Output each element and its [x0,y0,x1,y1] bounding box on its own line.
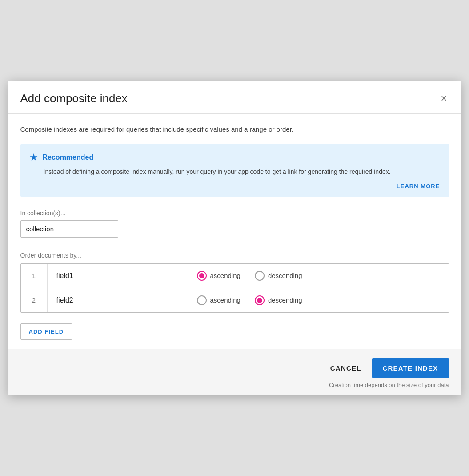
descending-radio-2[interactable] [255,295,265,305]
close-button[interactable]: × [439,91,449,105]
ascending-option-1[interactable]: ascending [197,271,241,281]
descending-radio-1[interactable] [255,271,265,281]
field-num-2: 2 [21,288,48,312]
fields-table: 1 field1 ascending descending [20,263,449,313]
footer-note: Creation time depends on the size of you… [329,382,449,388]
cancel-button[interactable]: CANCEL [320,358,372,378]
dialog-title: Add composite index [20,92,128,105]
field-options-1: ascending descending [186,264,449,288]
descending-option-1[interactable]: descending [255,271,302,281]
field-options-2: ascending descending [186,288,449,312]
field-row: 2 field2 ascending descending [21,288,449,312]
order-section: Order documents by... 1 field1 ascending [20,252,449,340]
dialog-body: Composite indexes are required for queri… [8,114,461,349]
rec-header: ★ Recommended [29,152,440,163]
descending-label-2: descending [268,296,302,304]
learn-more-container: LEARN MORE [29,182,440,190]
field-row: 1 field1 ascending descending [21,264,449,288]
add-field-button[interactable]: ADD FIELD [20,323,72,340]
ascending-radio-2[interactable] [197,295,207,305]
order-label: Order documents by... [20,252,449,259]
dialog-footer: CANCEL CREATE INDEX Creation time depend… [8,349,461,395]
field-name-2: field2 [48,288,186,312]
add-composite-index-dialog: Add composite index × Composite indexes … [8,81,461,395]
create-index-button[interactable]: CREATE INDEX [372,358,449,378]
footer-buttons: CANCEL CREATE INDEX [320,358,449,378]
field-num-1: 1 [21,264,48,288]
star-icon: ★ [29,152,38,163]
recommendation-box: ★ Recommended Instead of defining a comp… [20,144,449,197]
dialog-header: Add composite index × [8,81,461,114]
collection-input[interactable] [20,220,118,238]
ascending-label-1: ascending [210,272,241,279]
descending-label-1: descending [268,272,302,279]
learn-more-link[interactable]: LEARN MORE [397,183,440,190]
collection-label: In collection(s)... [20,210,449,217]
ascending-option-2[interactable]: ascending [197,295,241,305]
descending-option-2[interactable]: descending [255,295,302,305]
field-name-1: field1 [48,264,186,288]
ascending-label-2: ascending [210,296,241,304]
ascending-radio-1[interactable] [197,271,207,281]
rec-body: Instead of defining a composite index ma… [44,167,440,177]
rec-title: Recommended [43,153,94,161]
description-text: Composite indexes are required for queri… [20,125,449,135]
